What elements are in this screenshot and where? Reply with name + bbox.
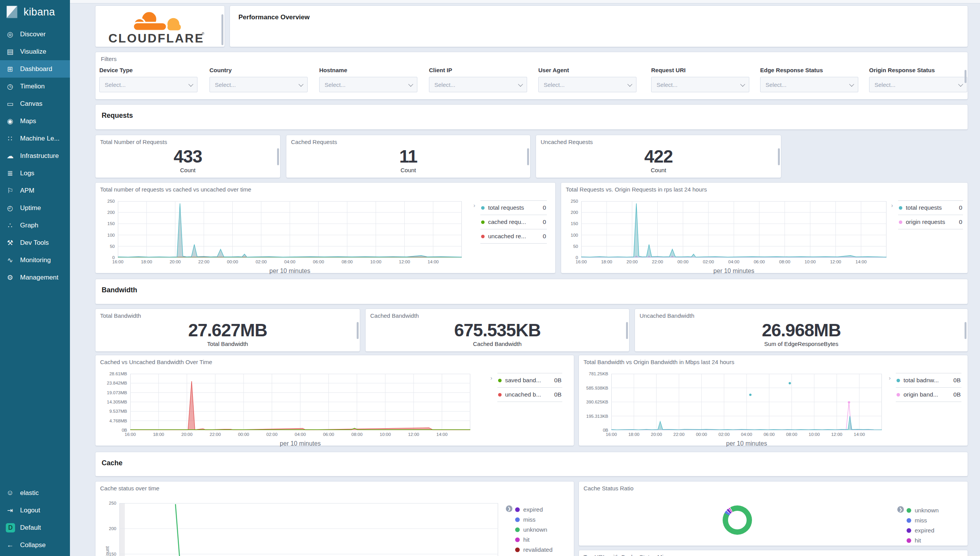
x-axis-tick: 08:00 bbox=[786, 432, 797, 437]
metric-label: Uncached Bandwidth bbox=[640, 312, 694, 319]
metric-uncached-requests: Uncached Requests 422 Count bbox=[536, 135, 781, 178]
panel-scrollbar[interactable] bbox=[965, 322, 966, 339]
x-axis-tick: 02:00 bbox=[703, 259, 714, 264]
sidebar-item-uptime[interactable]: ◴Uptime bbox=[0, 199, 70, 217]
legend-item-uncached-b[interactable]: uncached b...0B bbox=[497, 387, 562, 402]
legend-item-expired[interactable]: expired bbox=[515, 505, 569, 515]
filter-select-client-ip[interactable]: Select... bbox=[429, 77, 527, 92]
legend-item-saved-band[interactable]: saved band...0B bbox=[497, 373, 562, 387]
sidebar-item-machine-le[interactable]: ∷Machine Le... bbox=[0, 130, 70, 147]
panel-scrollbar[interactable] bbox=[965, 70, 966, 83]
sidebar-item-apm[interactable]: ⚐APM bbox=[0, 182, 70, 199]
panel-scrollbar[interactable] bbox=[527, 148, 529, 165]
legend-series-dot-icon bbox=[515, 527, 520, 532]
legend-item-unknown[interactable]: unknown bbox=[515, 525, 569, 535]
legend-toggle-icon[interactable]: › bbox=[889, 375, 891, 381]
x-axis-caption: per 10 minutes bbox=[118, 268, 462, 275]
legend-value: 0 bbox=[956, 204, 962, 211]
sidebar-item-maps[interactable]: ◉Maps bbox=[0, 112, 70, 130]
panel-scrollbar[interactable] bbox=[626, 322, 628, 339]
filter-select-request-uri[interactable]: Select... bbox=[651, 77, 749, 92]
legend-item-miss[interactable]: miss bbox=[907, 515, 961, 525]
panel-scrollbar[interactable] bbox=[277, 148, 279, 165]
sidebar-footer: ☺elastic⇥LogoutDDefault←Collapse bbox=[0, 484, 70, 554]
legend-toggle-icon[interactable]: › bbox=[473, 202, 475, 208]
metric-unit: Count bbox=[286, 167, 530, 173]
chart-title: Cached vs Uncached Bandwidth Over Time bbox=[100, 359, 212, 365]
collapse-arrow-icon: ← bbox=[6, 541, 14, 549]
legend-toggle-icon[interactable]: ❯ bbox=[897, 506, 904, 513]
donut-hole bbox=[728, 511, 746, 529]
kibana-brand[interactable]: kibana bbox=[0, 0, 70, 25]
legend-item-total-requests[interactable]: total requests0 bbox=[480, 200, 547, 215]
legend-label: revalidated bbox=[523, 546, 553, 553]
legend-item-expired[interactable]: expired bbox=[907, 525, 961, 536]
filter-select-hostname[interactable]: Select... bbox=[319, 77, 417, 92]
y-axis-tick: 50 bbox=[110, 244, 115, 249]
bandwidth-over-time-plot[interactable]: 0B4.768MB9.537MB14.305MB19.073MB23.842MB… bbox=[130, 374, 470, 430]
legend-item-cached-requ[interactable]: cached requ...0 bbox=[480, 215, 547, 229]
sidebar-item-timelion[interactable]: ◷Timelion bbox=[0, 78, 70, 95]
filter-label: Hostname bbox=[319, 67, 417, 73]
sidebar-item-visualize[interactable]: ▤Visualize bbox=[0, 43, 70, 60]
legend-series-dot-icon bbox=[498, 393, 502, 397]
requests-over-time-plot[interactable]: 05010015020025016:0018:0020:0022:0000:00… bbox=[118, 201, 462, 258]
legend-toggle-icon[interactable]: › bbox=[490, 375, 492, 381]
legend-item-uncached-re[interactable]: uncached re...0 bbox=[480, 229, 547, 244]
sidebar-item-elastic[interactable]: ☺elastic bbox=[0, 484, 70, 502]
sidebar-item-logs[interactable]: ≣Logs bbox=[0, 164, 70, 182]
panel-scrollbar[interactable] bbox=[357, 322, 359, 339]
cache-status-plot[interactable]: 050100150200250 bbox=[119, 503, 498, 556]
y-axis-tick: 585.938KB bbox=[586, 386, 608, 390]
chart-title: Total number of requests vs cached vs un… bbox=[100, 186, 251, 193]
legend-item-hit[interactable]: hit bbox=[907, 536, 961, 546]
metric-unit: Count bbox=[536, 167, 781, 173]
legend-item-total-badnw[interactable]: total badnw...0B bbox=[896, 373, 961, 387]
legend-series-dot-icon bbox=[899, 206, 902, 210]
registered-mark: ® bbox=[202, 31, 204, 36]
log-lines-icon: ≣ bbox=[6, 169, 14, 178]
filter-select-user-agent[interactable]: Select... bbox=[538, 77, 636, 92]
legend-label: miss bbox=[915, 517, 927, 524]
sidebar-item-discover[interactable]: ◎Discover bbox=[0, 25, 70, 43]
sidebar-item-graph[interactable]: ∴Graph bbox=[0, 217, 70, 234]
x-axis-tick: 04:00 bbox=[284, 259, 296, 264]
metric-value: 675.535KB bbox=[366, 320, 629, 341]
sidebar-item-management[interactable]: ⚙Management bbox=[0, 269, 70, 286]
legend-item-origin-requests[interactable]: origin requests0 bbox=[898, 215, 963, 229]
filter-select-origin-response-status[interactable]: Select... bbox=[869, 77, 967, 92]
legend-toggle-icon[interactable]: › bbox=[891, 202, 893, 208]
chart-legend: › total badnw...0Borigin band...0B bbox=[896, 373, 961, 402]
panel-scrollbar[interactable] bbox=[221, 14, 223, 45]
filter-select-country[interactable]: Select... bbox=[209, 77, 308, 92]
select-placeholder: Select... bbox=[325, 81, 345, 88]
filter-select-device-type[interactable]: Select... bbox=[99, 77, 197, 92]
filter-group-country: CountrySelect... bbox=[209, 67, 308, 92]
sidebar-item-monitoring[interactable]: ∿Monitoring bbox=[0, 251, 70, 269]
filter-select-edge-response-status[interactable]: Select... bbox=[760, 77, 858, 92]
sidebar-item-infrastructure[interactable]: ☁Infrastructure bbox=[0, 147, 70, 164]
legend-item-unknown[interactable]: unknown bbox=[907, 505, 961, 515]
total-vs-origin-bandwidth-plot[interactable]: 0B195.313KB390.625KB585.938KB781.25KB16:… bbox=[611, 374, 882, 430]
cache-status-ratio-donut[interactable] bbox=[723, 505, 752, 535]
legend-item-hit[interactable]: hit bbox=[515, 535, 569, 545]
legend-toggle-icon[interactable]: ❯ bbox=[506, 505, 512, 512]
legend-item-origin-band[interactable]: origin band...0B bbox=[896, 387, 961, 402]
requests-vs-origin-plot[interactable]: 05010015020025016:0018:0020:0022:0000:00… bbox=[581, 201, 886, 258]
legend-item-total-requests[interactable]: total requests0 bbox=[898, 200, 963, 215]
x-axis-tick: 16:00 bbox=[576, 259, 587, 264]
x-axis-tick: 12:00 bbox=[399, 259, 410, 264]
legend-label: cached requ... bbox=[488, 219, 526, 225]
legend-item-miss[interactable]: miss bbox=[515, 515, 569, 525]
sidebar-item-default[interactable]: DDefault bbox=[0, 519, 70, 536]
sidebar-item-dev-tools[interactable]: ⚒Dev Tools bbox=[0, 234, 70, 251]
legend-item-revalidated[interactable]: revalidated bbox=[515, 545, 569, 555]
sidebar-item-canvas[interactable]: ▭Canvas bbox=[0, 95, 70, 112]
sidebar-item-dashboard[interactable]: ⊞Dashboard bbox=[0, 60, 70, 78]
legend-series-dot-icon bbox=[899, 220, 902, 224]
sidebar-item-collapse[interactable]: ←Collapse bbox=[0, 536, 70, 554]
sidebar-item-label: elastic bbox=[20, 489, 39, 497]
legend-label: miss bbox=[523, 516, 536, 523]
panel-scrollbar[interactable] bbox=[778, 148, 780, 165]
sidebar-item-logout[interactable]: ⇥Logout bbox=[0, 502, 70, 519]
